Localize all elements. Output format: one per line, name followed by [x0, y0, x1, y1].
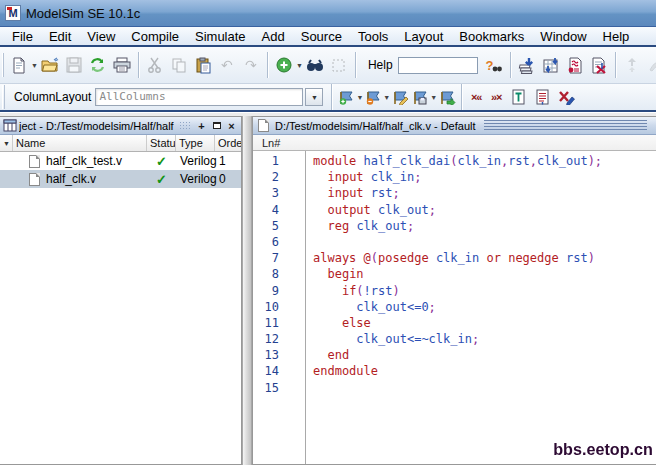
help-binoculars-icon [492, 64, 502, 72]
panel-undock-button[interactable] [210, 119, 223, 132]
bookmark-add-caret-icon[interactable]: ▼ [356, 94, 363, 101]
help-search-button[interactable]: ? [482, 53, 506, 77]
column-header-name[interactable]: Name [13, 135, 147, 151]
new-file-button[interactable] [7, 53, 31, 77]
stop-simulate-button[interactable] [587, 53, 611, 77]
code-line[interactable]: 3 input rst; [253, 185, 656, 201]
bookmark-remove-button[interactable] [363, 85, 383, 109]
paste-button[interactable] [191, 53, 215, 77]
panel-add-button[interactable]: + [195, 119, 208, 132]
status-check-icon: ✓ [147, 172, 176, 187]
menu-item-edit[interactable]: Edit [41, 27, 79, 46]
bookmark-edit-button[interactable] [390, 85, 410, 109]
select-all-button[interactable] [327, 53, 351, 77]
cut-icon [147, 57, 162, 73]
column-filter-button[interactable]: ▼ [0, 135, 13, 151]
copy-button[interactable] [167, 53, 191, 77]
menu-item-simulate[interactable]: Simulate [187, 27, 254, 46]
refresh-icon [89, 57, 106, 73]
column-header-type[interactable]: Type [176, 135, 215, 151]
undo-button[interactable]: ↶ [215, 53, 239, 77]
code-line[interactable]: 6 [253, 234, 656, 250]
toolbar-separator [615, 52, 616, 78]
project-panel-title: ject - D:/Test/modelsim/Half/half [19, 120, 174, 132]
trace-forward-icon [648, 58, 656, 72]
bookmark-remove-caret-icon[interactable]: ▼ [383, 94, 390, 101]
compile-all-button[interactable] [539, 53, 563, 77]
trace-back-button[interactable] [620, 53, 644, 77]
refresh-button[interactable] [86, 53, 110, 77]
code-text: begin [279, 266, 364, 282]
previous-error-button[interactable]: ×« [466, 85, 486, 109]
code-line[interactable]: 10 clk_out<=0; [253, 299, 656, 315]
save-button[interactable] [62, 53, 86, 77]
menu-item-help[interactable]: Help [595, 27, 638, 46]
code-line[interactable]: 8 begin [253, 266, 656, 282]
menu-item-tools[interactable]: Tools [350, 27, 396, 46]
open-button[interactable] [38, 53, 62, 77]
code-line[interactable]: 14endmodule [253, 363, 656, 379]
column-header-order[interactable]: Orde [215, 135, 241, 151]
new-file-caret-icon[interactable]: ▼ [31, 62, 38, 69]
code-line[interactable]: 12 clk_out<=~clk_in; [253, 331, 656, 347]
code-line[interactable]: 2 input clk_in; [253, 169, 656, 185]
panel-grip[interactable] [179, 121, 190, 130]
code-line[interactable]: 11 else [253, 315, 656, 331]
column-layout-dropdown-button[interactable]: ▼ [305, 88, 323, 106]
help-search-input[interactable] [398, 57, 478, 74]
line-number-header-label: Ln# [253, 137, 280, 149]
editor-header[interactable]: D:/Test/modelsim/Half/half_clk.v - Defau… [253, 117, 656, 135]
code-line[interactable]: 7always @(posedge clk_in or negedge rst) [253, 250, 656, 266]
bookmark-goto-button[interactable] [437, 85, 457, 109]
redo-button[interactable]: ↷ [239, 53, 263, 77]
code-line[interactable]: 9 if(!rst) [253, 283, 656, 299]
project-file-row[interactable]: half_clk.v✓Verilog0 [0, 170, 241, 188]
code-text: always @(posedge clk_in or negedge rst) [279, 250, 595, 266]
print-button[interactable] [110, 53, 134, 77]
column-layout-combobox[interactable]: AllColumns [95, 88, 303, 106]
code-line[interactable]: 15 [253, 380, 656, 396]
code-area[interactable]: 1module half_clk_dai(clk_in,rst,clk_out)… [253, 151, 656, 464]
panel-splitter[interactable] [242, 116, 252, 465]
code-line[interactable]: 13 end [253, 347, 656, 363]
trace-forward-button[interactable] [644, 53, 656, 77]
editor-header-grip[interactable] [484, 120, 647, 131]
find-button[interactable] [303, 53, 327, 77]
menu-item-file[interactable]: File [4, 27, 41, 46]
bookmark-save-caret-icon[interactable]: ▼ [430, 94, 437, 101]
simulate-button[interactable] [563, 53, 587, 77]
compile-button[interactable] [515, 53, 539, 77]
file-icon [29, 155, 40, 168]
menu-item-compile[interactable]: Compile [123, 27, 187, 46]
code-text: reg clk_out; [279, 218, 414, 234]
line-number: 13 [253, 347, 279, 363]
clear-errors-button[interactable] [554, 85, 578, 109]
column-header-status[interactable]: Status [147, 135, 176, 151]
project-file-row[interactable]: half_clk_test.v✓Verilog1 [0, 152, 241, 170]
menu-item-source[interactable]: Source [293, 27, 350, 46]
toolbar-separator [138, 52, 139, 78]
menu-item-bookmarks[interactable]: Bookmarks [451, 27, 532, 46]
menu-item-view[interactable]: View [79, 27, 123, 46]
project-panel-header[interactable]: ject - D:/Test/modelsim/Half/half + × [0, 117, 241, 135]
menu-item-layout[interactable]: Layout [396, 27, 451, 46]
show-transcript-button[interactable] [530, 85, 554, 109]
code-text: clk_out<=0; [279, 299, 436, 315]
code-line[interactable]: 5 reg clk_out; [253, 218, 656, 234]
menu-item-window[interactable]: Window [532, 27, 594, 46]
panel-close-button[interactable]: × [225, 119, 238, 132]
add-selected-caret-icon[interactable]: ▼ [296, 62, 303, 69]
code-text: module half_clk_dai(clk_in,rst,clk_out); [279, 153, 602, 169]
show-testplan-button[interactable] [506, 85, 530, 109]
next-error-button[interactable]: »× [486, 85, 506, 109]
code-line[interactable]: 4 output clk_out; [253, 202, 656, 218]
code-line[interactable]: 1module half_clk_dai(clk_in,rst,clk_out)… [253, 153, 656, 169]
add-selected-button[interactable] [272, 53, 296, 77]
cut-button[interactable] [143, 53, 167, 77]
bookmark-save-button[interactable] [410, 85, 430, 109]
line-number: 15 [253, 380, 279, 396]
bookmark-add-button[interactable] [336, 85, 356, 109]
toolbar-gripper[interactable] [2, 53, 4, 77]
toolbar-gripper[interactable] [2, 85, 5, 109]
menu-item-add[interactable]: Add [254, 27, 293, 46]
